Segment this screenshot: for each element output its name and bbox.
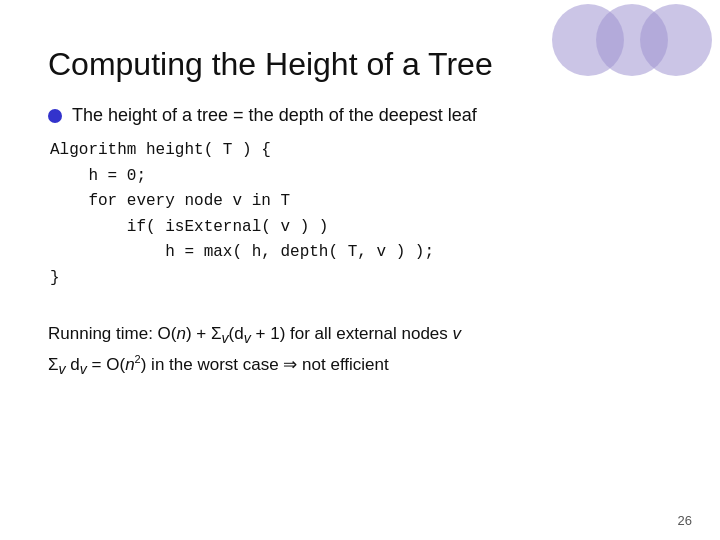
code-line-1: Algorithm height( T ) { bbox=[50, 138, 672, 164]
running-time-exp: 2 bbox=[135, 353, 141, 365]
code-line-3: for every node v in T bbox=[50, 189, 672, 215]
code-line-5: h = max( h, depth( T, v ) ); bbox=[50, 240, 672, 266]
code-block: Algorithm height( T ) { h = 0; for every… bbox=[50, 138, 672, 292]
running-time-sub-dv2: v bbox=[80, 361, 87, 377]
slide-content: Computing the Height of a Tree The heigh… bbox=[0, 0, 720, 540]
running-time-sub-v1: v bbox=[222, 330, 229, 346]
bullet-text: The height of a tree = the depth of the … bbox=[72, 105, 477, 126]
running-time-sub-v3: v bbox=[59, 361, 66, 377]
bullet-dot-icon bbox=[48, 109, 62, 123]
running-time-line2: Σv dv = O(n2) in the worst case ⇒ not ef… bbox=[48, 350, 672, 381]
running-time-sub-dv1: v bbox=[244, 330, 251, 346]
running-time-line1: Running time: O(n) + Σv(dv + 1) for all … bbox=[48, 320, 672, 351]
running-time-n2: n bbox=[125, 355, 134, 374]
bullet-item: The height of a tree = the depth of the … bbox=[48, 105, 672, 126]
running-time-n: n bbox=[177, 324, 186, 343]
page-number: 26 bbox=[678, 513, 692, 528]
slide-title: Computing the Height of a Tree bbox=[48, 46, 672, 83]
running-time-v2: v bbox=[453, 324, 462, 343]
code-line-2: h = 0; bbox=[50, 164, 672, 190]
code-line-4: if( isExternal( v ) ) bbox=[50, 215, 672, 241]
code-line-6: } bbox=[50, 266, 672, 292]
running-time-block: Running time: O(n) + Σv(dv + 1) for all … bbox=[48, 320, 672, 382]
